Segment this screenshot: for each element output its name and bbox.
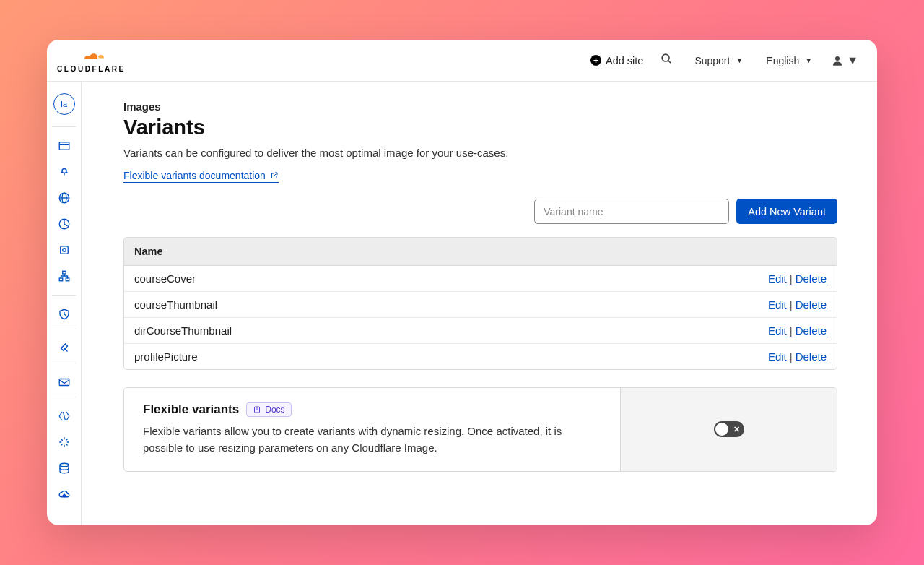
svg-line-7: [61, 172, 62, 173]
breadcrumb: Images: [123, 100, 837, 113]
main-content: Images Variants Variants can be configur…: [82, 82, 877, 525]
add-new-variant-button[interactable]: Add New Variant: [736, 199, 837, 224]
external-link-icon: [270, 171, 279, 180]
svg-line-1: [668, 61, 671, 64]
x-icon: ✕: [733, 425, 740, 434]
book-icon: [253, 405, 261, 414]
svg-point-19: [60, 463, 69, 467]
table-row: courseThumbnail Edit|Delete: [124, 292, 837, 318]
page-title: Variants: [123, 116, 837, 139]
account-chip[interactable]: Ia: [53, 93, 75, 115]
row-actions: Edit|Delete: [768, 298, 827, 311]
edit-link[interactable]: Edit: [768, 350, 787, 363]
table-header: Name: [124, 238, 837, 266]
workers-icon[interactable]: [47, 403, 81, 429]
domains-icon[interactable]: [47, 185, 81, 211]
flexible-variants-doc-link[interactable]: Flexible variants documentation: [123, 170, 279, 183]
chevron-down-icon: ▼: [847, 54, 858, 67]
add-site-label: Add site: [606, 55, 643, 66]
variants-table: Name courseCover Edit|Delete courseThumb…: [123, 237, 837, 370]
variant-name: courseCover: [134, 272, 196, 285]
edit-link[interactable]: Edit: [768, 324, 787, 337]
ai-icon[interactable]: [47, 429, 81, 455]
flexible-variants-panel: Flexible variants Docs Flexible variants…: [123, 387, 837, 472]
person-icon: [831, 54, 844, 67]
websites-icon[interactable]: [47, 133, 81, 159]
svg-rect-18: [59, 379, 69, 386]
svg-point-2: [835, 56, 840, 61]
cloudflare-logo[interactable]: CLOUDFLARE: [57, 48, 126, 73]
docs-pill[interactable]: Docs: [246, 402, 291, 417]
flexible-variants-toggle[interactable]: ✕: [714, 421, 744, 437]
variant-name: dirCourseThumbnail: [134, 324, 232, 337]
svg-rect-3: [59, 142, 69, 150]
turnstile-icon[interactable]: [47, 335, 81, 361]
body: Ia Images Variants Variants can be confi: [47, 82, 877, 525]
sidebar: Ia: [47, 82, 82, 525]
cloud-icon[interactable]: [47, 481, 81, 507]
topbar: CLOUDFLARE + Add site Support ▼ English …: [47, 40, 877, 82]
analytics-icon[interactable]: [47, 211, 81, 237]
brand-text: CLOUDFLARE: [57, 65, 126, 73]
table-row: profilePicture Edit|Delete: [124, 344, 837, 369]
chevron-down-icon: ▼: [736, 56, 743, 64]
chevron-down-icon: ▼: [805, 56, 812, 64]
row-actions: Edit|Delete: [768, 272, 827, 285]
table-row: courseCover Edit|Delete: [124, 266, 837, 292]
row-actions: Edit|Delete: [768, 324, 827, 337]
delete-link[interactable]: Delete: [796, 298, 827, 311]
security-center-icon[interactable]: [47, 237, 81, 263]
row-actions: Edit|Delete: [768, 350, 827, 363]
add-site-button[interactable]: + Add site: [590, 55, 643, 66]
storage-icon[interactable]: [47, 455, 81, 481]
toggle-knob: [715, 423, 728, 436]
search-icon[interactable]: [658, 50, 676, 71]
app-window: CLOUDFLARE + Add site Support ▼ English …: [47, 40, 877, 525]
svg-rect-13: [60, 246, 68, 254]
page-description: Variants can be configured to deliver th…: [123, 147, 837, 159]
edit-link[interactable]: Edit: [768, 272, 787, 285]
svg-rect-15: [62, 271, 66, 274]
delete-link[interactable]: Delete: [796, 350, 827, 363]
support-dropdown[interactable]: Support ▼: [690, 52, 747, 69]
svg-point-0: [663, 54, 670, 61]
discover-icon[interactable]: [47, 159, 81, 185]
user-menu[interactable]: ▼: [831, 54, 858, 67]
trace-icon[interactable]: [47, 263, 81, 289]
plus-icon: +: [590, 55, 601, 66]
svg-rect-17: [66, 278, 69, 281]
panel-title: Flexible variants: [143, 402, 239, 417]
waf-icon[interactable]: [47, 301, 81, 327]
variant-name: courseThumbnail: [134, 298, 217, 311]
edit-link[interactable]: Edit: [768, 298, 787, 311]
variant-name: profilePicture: [134, 350, 198, 363]
svg-line-8: [66, 172, 68, 173]
language-dropdown[interactable]: English ▼: [762, 52, 816, 69]
panel-description: Flexible variants allow you to create va…: [143, 423, 601, 457]
svg-point-14: [62, 249, 66, 252]
cloudflare-icon: [75, 49, 107, 62]
delete-link[interactable]: Delete: [796, 324, 827, 337]
delete-link[interactable]: Delete: [796, 272, 827, 285]
svg-rect-16: [59, 278, 63, 281]
table-row: dirCourseThumbnail Edit|Delete: [124, 318, 837, 344]
email-icon[interactable]: [47, 369, 81, 395]
svg-point-5: [62, 169, 66, 173]
action-row: Add New Variant: [123, 199, 837, 224]
variant-name-input[interactable]: [534, 199, 729, 224]
